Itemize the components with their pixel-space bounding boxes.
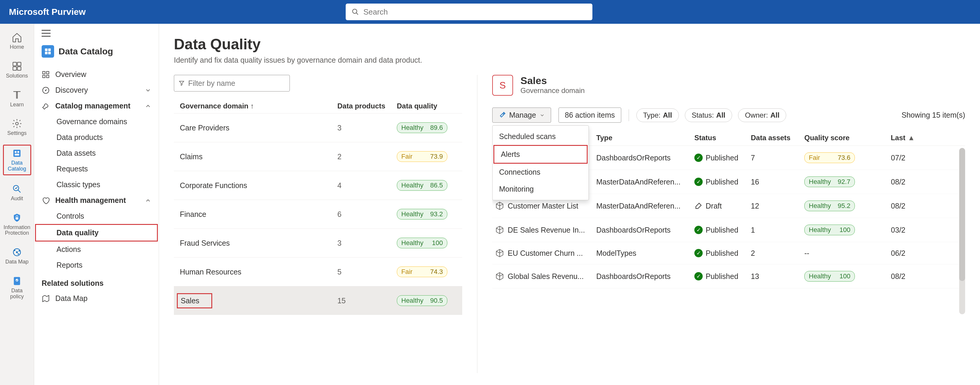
hamburger-button[interactable] — [34, 30, 159, 38]
scrollbar-thumb[interactable] — [959, 148, 965, 281]
quality-badge: Healthy90.5 — [397, 295, 447, 306]
filter-input[interactable] — [188, 79, 285, 88]
nav-label: Controls — [56, 212, 84, 220]
nav-catalog-mgmt[interactable]: Catalog management — [34, 98, 159, 114]
rail-label: Settings — [7, 130, 27, 136]
nav-controls[interactable]: Controls — [34, 208, 159, 224]
domain-name: Sales — [177, 293, 212, 308]
hamburger-icon — [41, 30, 51, 37]
draft-icon — [694, 202, 703, 210]
domain-row[interactable]: Care Providers 3 Healthy89.6 — [174, 113, 462, 142]
svg-marker-32 — [45, 89, 47, 91]
domain-row[interactable]: Human Resources 5 Fair74.3 — [174, 257, 462, 286]
svg-point-16 — [18, 250, 20, 252]
cube-icon — [495, 225, 504, 234]
quality-badge: Healthy95.2 — [804, 201, 855, 211]
nav-discovery[interactable]: Discovery — [34, 82, 159, 98]
table-row[interactable]: Global Sales Revenu... DashboardsOrRepor… — [492, 265, 965, 288]
nav-label: Catalog management — [55, 101, 130, 110]
dropdown-item[interactable]: Connections — [493, 164, 589, 181]
nav-data-products[interactable]: Data products — [34, 130, 159, 145]
dropdown-item[interactable]: Monitoring — [493, 181, 589, 198]
vertical-divider — [477, 75, 477, 373]
dropdown-item[interactable]: Scheduled scans — [493, 128, 589, 145]
nav-reports[interactable]: Reports — [34, 257, 159, 273]
table-scrollbar[interactable] — [959, 148, 965, 314]
domain-row[interactable]: Claims 2 Fair73.9 — [174, 142, 462, 171]
dropdown-item[interactable]: Alerts — [493, 145, 588, 164]
rail-data-policy[interactable]: Data policy — [3, 273, 31, 302]
nav-data-assets[interactable]: Data assets — [34, 145, 159, 161]
action-items-button[interactable]: 86 action items — [558, 108, 621, 123]
col-type[interactable]: Type — [596, 134, 694, 142]
col-data-products[interactable]: Data products — [337, 102, 397, 110]
heart-icon — [41, 196, 50, 205]
sort-indicator[interactable]: ▲ — [905, 134, 917, 142]
rail-data-map[interactable]: Data Map — [3, 244, 31, 267]
rail-data-catalog[interactable]: Data Catalog — [3, 145, 31, 175]
col-last[interactable]: Last — [873, 134, 905, 142]
chevron-icon — [145, 87, 151, 93]
col-data-quality[interactable]: Data quality — [397, 102, 456, 110]
nav-requests[interactable]: Requests — [34, 161, 159, 177]
global-search[interactable] — [346, 3, 592, 20]
col-governance-domain[interactable]: Governance domain ↑ — [180, 102, 337, 110]
rail-settings[interactable]: Settings — [3, 116, 31, 139]
related-solutions-heading: Related solutions — [34, 273, 159, 290]
wrench-icon — [41, 102, 50, 110]
nav-actions[interactable]: Actions — [34, 241, 159, 257]
table-row[interactable]: DE Sales Revenue In... DashboardsOrRepor… — [492, 218, 965, 242]
domain-subtitle: Governance domain — [520, 86, 585, 95]
product-type: DashboardsOrReports — [596, 226, 694, 234]
nav-gov-domains[interactable]: Governance domains — [34, 114, 159, 130]
data-catalog-icon — [41, 45, 54, 58]
domain-name: Fraud Services — [180, 239, 230, 247]
col-data-assets[interactable]: Data assets — [751, 134, 804, 142]
rail-info-protection[interactable]: Information Protection — [3, 210, 31, 239]
filter-pill[interactable]: Status: All — [685, 108, 732, 122]
nav-label: Data products — [56, 133, 103, 142]
domain-name: Corporate Functions — [180, 181, 247, 190]
domain-products-count: 6 — [337, 210, 397, 219]
filter-pill[interactable]: Owner: All — [738, 108, 786, 122]
toolbar-divider — [628, 109, 629, 121]
brand-label: Microsoft Purview — [9, 7, 86, 17]
product-assets: 16 — [751, 177, 804, 186]
detail-toolbar: Manage Scheduled scansAlertsConnectionsM… — [492, 108, 965, 123]
filter-box[interactable] — [174, 75, 290, 92]
nav-classic-types[interactable]: Classic types — [34, 177, 159, 192]
nav-label: Requests — [56, 165, 88, 173]
domain-row[interactable]: Sales 15 Healthy90.5 — [174, 286, 462, 315]
search-icon — [352, 8, 359, 16]
nav-data-quality[interactable]: Data quality — [35, 224, 158, 241]
cube-icon — [495, 249, 504, 258]
domain-row[interactable]: Finance 6 Healthy93.2 — [174, 200, 462, 228]
nav-overview[interactable]: Overview — [34, 67, 159, 82]
nav-label: Data quality — [56, 228, 99, 237]
nav-health-mgmt[interactable]: Health management — [34, 192, 159, 208]
product-type: ModelTypes — [596, 249, 694, 258]
rail-audit[interactable]: Audit — [3, 181, 31, 204]
domain-row[interactable]: Corporate Functions 4 Healthy86.5 — [174, 171, 462, 200]
learn-icon — [11, 90, 22, 100]
manage-button[interactable]: Manage — [492, 108, 551, 123]
rail-learn[interactable]: Learn — [3, 87, 31, 110]
compass-icon — [41, 86, 50, 95]
table-row[interactable]: EU Customer Churn ... ModelTypes ✓Publis… — [492, 242, 965, 265]
product-last: 06/2 — [873, 249, 905, 258]
manage-dropdown: Scheduled scansAlertsConnectionsMonitori… — [492, 125, 589, 200]
nav-label: Data Map — [55, 294, 88, 303]
nav-label: Governance domains — [56, 117, 127, 126]
rail-home[interactable]: Home — [3, 30, 31, 52]
domain-name: Care Providers — [180, 124, 229, 132]
quality-badge: Healthy86.5 — [397, 180, 447, 191]
domain-row[interactable]: Fraud Services 3 Healthy100 — [174, 228, 462, 257]
rail-solutions[interactable]: Solutions — [3, 59, 31, 81]
filter-pill[interactable]: Type: All — [636, 108, 679, 122]
search-input[interactable] — [363, 8, 586, 17]
col-status[interactable]: Status — [694, 134, 751, 142]
related-data-map[interactable]: Data Map — [34, 290, 159, 306]
col-quality-score[interactable]: Quality score — [804, 134, 873, 142]
product-last: 07/2 — [873, 154, 905, 162]
quality-badge: Fair74.3 — [397, 266, 447, 277]
